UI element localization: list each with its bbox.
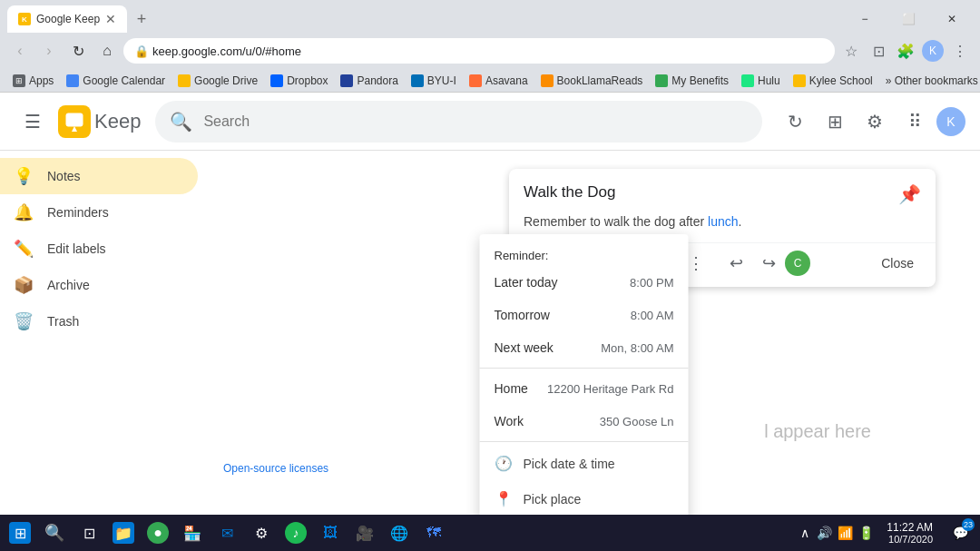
taskbar-mail[interactable]: ✉: [211, 517, 243, 549]
browser-tab[interactable]: K Google Keep ✕: [7, 5, 127, 33]
sidebar-item-trash[interactable]: 🗑️ Trash: [0, 303, 198, 339]
taskbar-time[interactable]: 11:22 AM 10/7/2020: [879, 521, 940, 545]
undo-tool-button[interactable]: ↩: [720, 247, 752, 280]
reminder-tomorrow[interactable]: Tomorrow 8:00 AM: [480, 299, 689, 331]
bookmark-drive[interactable]: Google Drive: [172, 73, 263, 89]
search-input[interactable]: [203, 113, 748, 130]
taskbar-edge[interactable]: 🌐: [383, 517, 416, 549]
reminder-pick-date[interactable]: 🕐 Pick date & time: [480, 446, 689, 481]
close-note-button[interactable]: Close: [867, 251, 928, 276]
sidebar-item-notes[interactable]: 💡 Notes: [0, 158, 198, 194]
note-title: Walk the Dog: [524, 183, 615, 202]
taskbar-date-display: 10/7/2020: [887, 534, 933, 545]
maximize-button[interactable]: ⬜: [887, 5, 929, 33]
taskbar-spotify[interactable]: ♪: [279, 517, 312, 549]
bookmark-kylee[interactable]: Kylee School: [788, 73, 878, 89]
bookmark-hulu[interactable]: Hulu: [736, 73, 786, 89]
reminder-tomorrow-time: 8:00 AM: [631, 309, 674, 322]
taskbar-photos[interactable]: 🖼: [314, 517, 347, 549]
reminder-pick-date-label: Pick date & time: [524, 457, 615, 471]
note-body-text-after: .: [739, 214, 742, 229]
system-tray: ∧: [799, 524, 811, 542]
battery-icon[interactable]: 🔋: [857, 524, 876, 542]
settings-button[interactable]: ⚙: [857, 103, 893, 140]
apps-button[interactable]: ⠿: [897, 103, 933, 140]
sidebar-item-edit-labels[interactable]: ✏️ Edit labels: [0, 231, 198, 267]
notification-button[interactable]: 💬 23: [944, 517, 976, 549]
dropbox-icon: [270, 74, 283, 87]
chrome-icon: ●: [147, 522, 169, 544]
note-avatar: C: [785, 251, 810, 276]
bookmark-bookllamar-label: BookLlamaReads: [557, 74, 643, 87]
user-avatar[interactable]: K: [936, 107, 965, 136]
up-arrow-icon[interactable]: ∧: [799, 524, 811, 542]
taskbar-taskview[interactable]: ⊡: [73, 517, 105, 549]
url-bar[interactable]: 🔒 keep.google.com/u/0/#home: [123, 38, 835, 64]
tab-close-button[interactable]: ✕: [105, 12, 116, 26]
home-button[interactable]: ⌂: [94, 38, 120, 64]
bookmark-bookllamar[interactable]: BookLlamaReads: [535, 73, 649, 89]
bookmark-mybenefits[interactable]: My Benefits: [650, 73, 734, 89]
reminder-next-week[interactable]: Next week Mon, 8:00 AM: [480, 331, 689, 364]
bookmark-dropbox[interactable]: Dropbox: [265, 73, 333, 89]
profile-button[interactable]: K: [920, 38, 946, 64]
screenshot-button[interactable]: ⊡: [866, 38, 891, 64]
bookmark-byui[interactable]: BYU-I: [406, 73, 462, 89]
taskbar-store[interactable]: 🏪: [176, 517, 209, 549]
forward-button[interactable]: ›: [36, 38, 62, 64]
bookmark-button[interactable]: ☆: [838, 38, 864, 64]
reminder-later-today[interactable]: Later today 8:00 PM: [480, 266, 689, 299]
minimize-button[interactable]: −: [844, 5, 886, 33]
reminder-later-today-time: 8:00 PM: [630, 276, 673, 290]
search-icon: 🔍: [170, 111, 192, 133]
reminder-pick-place[interactable]: 📍 Pick place: [480, 481, 689, 515]
bookmark-pandora[interactable]: Pandora: [335, 73, 403, 89]
sidebar-edit-labels-label: Edit labels: [47, 241, 106, 256]
sidebar-item-reminders[interactable]: 🔔 Reminders: [0, 194, 198, 231]
bookmark-apps[interactable]: ⊞ Apps: [7, 73, 59, 89]
extension-puzzle[interactable]: 🧩: [893, 38, 918, 64]
bookmark-kylee-label: Kylee School: [809, 74, 873, 87]
windows-icon: ⊞: [9, 522, 31, 544]
bookmark-other[interactable]: » Other bookmarks: [880, 73, 980, 89]
taskview-icon: ⊡: [78, 522, 100, 544]
back-button[interactable]: ‹: [7, 38, 33, 64]
pin-icon[interactable]: 📌: [898, 183, 921, 205]
reminders-icon: 🔔: [15, 203, 33, 221]
open-source-link[interactable]: Open-source licenses: [223, 462, 328, 475]
reminder-work[interactable]: Work 350 Goose Ln: [480, 405, 689, 438]
taskbar-maps[interactable]: 🗺: [417, 517, 450, 549]
hamburger-menu[interactable]: ☰: [15, 103, 51, 140]
taskbar-settings[interactable]: ⚙: [245, 517, 278, 549]
taskbar-search[interactable]: 🔍: [38, 517, 71, 549]
bookmark-asavana[interactable]: Asavana: [464, 73, 534, 89]
network-icon[interactable]: 📶: [836, 524, 855, 542]
redo-tool-button[interactable]: ↪: [752, 247, 785, 280]
new-tab-button[interactable]: +: [131, 8, 152, 30]
reminder-tomorrow-label: Tomorrow: [495, 308, 550, 322]
grid-view-button[interactable]: ⊞: [817, 103, 853, 140]
taskbar-explorer[interactable]: 📁: [107, 517, 140, 549]
volume-icon[interactable]: 🔊: [815, 524, 834, 542]
menu-button[interactable]: ⋮: [947, 38, 973, 64]
taskbar-meet[interactable]: 🎥: [348, 517, 381, 549]
note-body-text-before: Remember to walk the dog after: [524, 214, 708, 229]
hulu-icon: [741, 74, 754, 87]
bookmark-hulu-label: Hulu: [758, 74, 780, 87]
search-bar[interactable]: 🔍: [155, 101, 762, 143]
url-text: keep.google.com/u/0/#home: [152, 44, 824, 58]
reminder-home[interactable]: Home 12200 Heritage Park Rd: [480, 372, 689, 405]
settings-taskbar-icon: ⚙: [250, 522, 272, 544]
logo-icon: [58, 105, 91, 138]
asavana-icon: [469, 74, 482, 87]
start-button[interactable]: ⊞: [4, 517, 36, 549]
bookmark-calendar[interactable]: Google Calendar: [61, 73, 171, 89]
sidebar-item-archive[interactable]: 📦 Archive: [0, 267, 198, 303]
refresh-button[interactable]: ↻: [777, 103, 813, 140]
reload-button[interactable]: ↻: [65, 38, 91, 64]
reminder-home-label: Home: [495, 381, 528, 396]
close-window-button[interactable]: ✕: [931, 5, 973, 33]
taskbar: ⊞ 🔍 ⊡ 📁 ● 🏪 ✉ ⚙ ♪ 🖼 🎥 🌐 🗺 ∧ 🔊: [0, 515, 980, 551]
bookmark-apps-label: Apps: [29, 74, 54, 87]
taskbar-chrome[interactable]: ●: [142, 517, 174, 549]
